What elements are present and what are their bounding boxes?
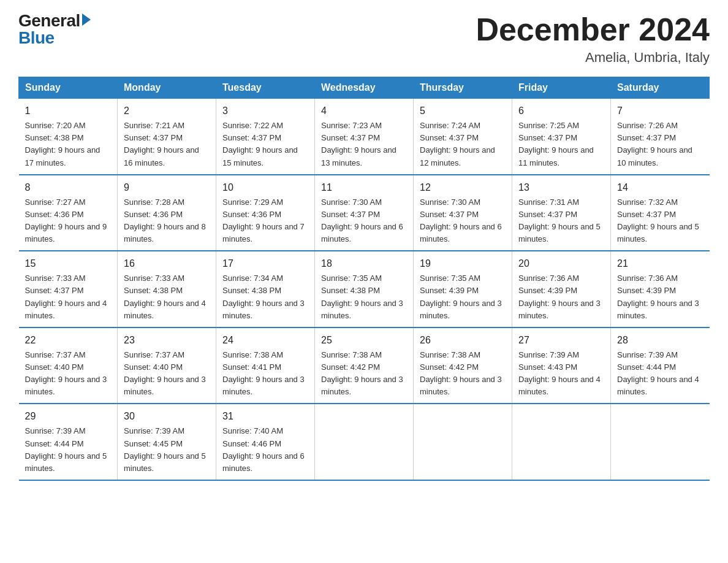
day-number: 8 bbox=[25, 180, 112, 195]
calendar-cell: 8Sunrise: 7:27 AMSunset: 4:36 PMDaylight… bbox=[19, 175, 118, 251]
calendar-cell: 17Sunrise: 7:34 AMSunset: 4:38 PMDayligh… bbox=[216, 251, 315, 327]
day-number: 24 bbox=[222, 333, 308, 348]
col-header-thursday: Thursday bbox=[414, 77, 512, 99]
day-number: 26 bbox=[420, 333, 506, 348]
calendar-cell bbox=[611, 404, 710, 480]
day-number: 30 bbox=[124, 409, 210, 424]
calendar-cell: 22Sunrise: 7:37 AMSunset: 4:40 PMDayligh… bbox=[19, 327, 118, 404]
calendar-cell: 15Sunrise: 7:33 AMSunset: 4:37 PMDayligh… bbox=[19, 251, 118, 327]
calendar-cell: 5Sunrise: 7:24 AMSunset: 4:37 PMDaylight… bbox=[414, 99, 512, 175]
calendar-cell: 11Sunrise: 7:30 AMSunset: 4:37 PMDayligh… bbox=[315, 175, 414, 251]
calendar-cell: 20Sunrise: 7:36 AMSunset: 4:39 PMDayligh… bbox=[512, 251, 611, 327]
calendar-cell: 9Sunrise: 7:28 AMSunset: 4:36 PMDaylight… bbox=[118, 175, 216, 251]
calendar-cell: 6Sunrise: 7:25 AMSunset: 4:37 PMDaylight… bbox=[512, 99, 611, 175]
day-number: 1 bbox=[25, 104, 112, 118]
day-info: Sunrise: 7:40 AMSunset: 4:46 PMDaylight:… bbox=[222, 426, 305, 472]
day-info: Sunrise: 7:39 AMSunset: 4:43 PMDaylight:… bbox=[518, 350, 601, 396]
col-header-saturday: Saturday bbox=[611, 77, 710, 99]
calendar-cell: 26Sunrise: 7:38 AMSunset: 4:42 PMDayligh… bbox=[414, 327, 512, 404]
calendar-cell: 14Sunrise: 7:32 AMSunset: 4:37 PMDayligh… bbox=[611, 175, 710, 251]
day-info: Sunrise: 7:36 AMSunset: 4:39 PMDaylight:… bbox=[518, 274, 601, 320]
day-info: Sunrise: 7:36 AMSunset: 4:39 PMDaylight:… bbox=[617, 274, 699, 320]
calendar-cell: 1Sunrise: 7:20 AMSunset: 4:38 PMDaylight… bbox=[19, 99, 118, 175]
calendar-cell bbox=[414, 404, 512, 480]
day-info: Sunrise: 7:33 AMSunset: 4:38 PMDaylight:… bbox=[124, 274, 206, 320]
day-number: 31 bbox=[222, 409, 308, 424]
day-number: 14 bbox=[617, 180, 703, 195]
day-number: 12 bbox=[420, 180, 506, 195]
day-info: Sunrise: 7:39 AMSunset: 4:44 PMDaylight:… bbox=[25, 426, 107, 472]
day-info: Sunrise: 7:25 AMSunset: 4:37 PMDaylight:… bbox=[518, 121, 594, 167]
day-info: Sunrise: 7:39 AMSunset: 4:44 PMDaylight:… bbox=[617, 350, 699, 396]
day-info: Sunrise: 7:24 AMSunset: 4:37 PMDaylight:… bbox=[420, 121, 495, 167]
day-number: 18 bbox=[321, 256, 407, 271]
calendar-cell: 19Sunrise: 7:35 AMSunset: 4:39 PMDayligh… bbox=[414, 251, 512, 327]
day-number: 16 bbox=[124, 256, 210, 271]
day-info: Sunrise: 7:22 AMSunset: 4:37 PMDaylight:… bbox=[222, 121, 298, 167]
day-info: Sunrise: 7:26 AMSunset: 4:37 PMDaylight:… bbox=[617, 121, 692, 167]
calendar-cell: 27Sunrise: 7:39 AMSunset: 4:43 PMDayligh… bbox=[512, 327, 611, 404]
day-info: Sunrise: 7:23 AMSunset: 4:37 PMDaylight:… bbox=[321, 121, 396, 167]
calendar-week-2: 8Sunrise: 7:27 AMSunset: 4:36 PMDaylight… bbox=[19, 175, 710, 251]
calendar-week-4: 22Sunrise: 7:37 AMSunset: 4:40 PMDayligh… bbox=[19, 327, 710, 404]
col-header-tuesday: Tuesday bbox=[216, 77, 315, 99]
day-number: 28 bbox=[617, 333, 703, 348]
col-header-sunday: Sunday bbox=[19, 77, 118, 99]
day-info: Sunrise: 7:39 AMSunset: 4:45 PMDaylight:… bbox=[124, 426, 206, 472]
day-info: Sunrise: 7:38 AMSunset: 4:41 PMDaylight:… bbox=[222, 350, 305, 396]
day-info: Sunrise: 7:35 AMSunset: 4:39 PMDaylight:… bbox=[420, 274, 502, 320]
day-number: 13 bbox=[518, 180, 604, 195]
col-header-wednesday: Wednesday bbox=[315, 77, 414, 99]
calendar-cell: 7Sunrise: 7:26 AMSunset: 4:37 PMDaylight… bbox=[611, 99, 710, 175]
calendar-table: SundayMondayTuesdayWednesdayThursdayFrid… bbox=[18, 77, 710, 481]
calendar-cell bbox=[512, 404, 611, 480]
calendar-week-1: 1Sunrise: 7:20 AMSunset: 4:38 PMDaylight… bbox=[19, 99, 710, 175]
calendar-header: SundayMondayTuesdayWednesdayThursdayFrid… bbox=[19, 77, 710, 99]
day-number: 10 bbox=[222, 180, 308, 195]
calendar-cell: 16Sunrise: 7:33 AMSunset: 4:38 PMDayligh… bbox=[118, 251, 216, 327]
logo-arrow-icon bbox=[82, 13, 91, 26]
day-number: 11 bbox=[321, 180, 407, 195]
day-info: Sunrise: 7:31 AMSunset: 4:37 PMDaylight:… bbox=[518, 197, 601, 243]
day-number: 19 bbox=[420, 256, 506, 271]
logo: General Blue bbox=[18, 12, 91, 47]
calendar-week-3: 15Sunrise: 7:33 AMSunset: 4:37 PMDayligh… bbox=[19, 251, 710, 327]
day-info: Sunrise: 7:32 AMSunset: 4:37 PMDaylight:… bbox=[617, 197, 699, 243]
day-info: Sunrise: 7:20 AMSunset: 4:38 PMDaylight:… bbox=[25, 121, 100, 167]
day-number: 29 bbox=[25, 409, 112, 424]
calendar-cell: 13Sunrise: 7:31 AMSunset: 4:37 PMDayligh… bbox=[512, 175, 611, 251]
day-number: 17 bbox=[222, 256, 308, 271]
day-number: 27 bbox=[518, 333, 604, 348]
calendar-cell: 12Sunrise: 7:30 AMSunset: 4:37 PMDayligh… bbox=[414, 175, 512, 251]
day-info: Sunrise: 7:37 AMSunset: 4:40 PMDaylight:… bbox=[124, 350, 206, 396]
calendar-cell: 30Sunrise: 7:39 AMSunset: 4:45 PMDayligh… bbox=[118, 404, 216, 480]
day-info: Sunrise: 7:34 AMSunset: 4:38 PMDaylight:… bbox=[222, 274, 305, 320]
day-number: 5 bbox=[420, 104, 506, 118]
day-info: Sunrise: 7:38 AMSunset: 4:42 PMDaylight:… bbox=[420, 350, 502, 396]
calendar-cell: 31Sunrise: 7:40 AMSunset: 4:46 PMDayligh… bbox=[216, 404, 315, 480]
day-info: Sunrise: 7:33 AMSunset: 4:37 PMDaylight:… bbox=[25, 274, 107, 320]
day-number: 15 bbox=[25, 256, 112, 271]
title-block: December 2024 Amelia, Umbria, Italy bbox=[476, 12, 710, 66]
day-info: Sunrise: 7:27 AMSunset: 4:36 PMDaylight:… bbox=[25, 197, 107, 243]
day-info: Sunrise: 7:38 AMSunset: 4:42 PMDaylight:… bbox=[321, 350, 403, 396]
day-info: Sunrise: 7:29 AMSunset: 4:36 PMDaylight:… bbox=[222, 197, 305, 243]
calendar-cell: 24Sunrise: 7:38 AMSunset: 4:41 PMDayligh… bbox=[216, 327, 315, 404]
calendar-cell bbox=[315, 404, 414, 480]
calendar-week-5: 29Sunrise: 7:39 AMSunset: 4:44 PMDayligh… bbox=[19, 404, 710, 480]
day-number: 21 bbox=[617, 256, 703, 271]
day-info: Sunrise: 7:30 AMSunset: 4:37 PMDaylight:… bbox=[420, 197, 502, 243]
logo-blue-text: Blue bbox=[18, 29, 55, 47]
day-info: Sunrise: 7:35 AMSunset: 4:38 PMDaylight:… bbox=[321, 274, 403, 320]
day-number: 25 bbox=[321, 333, 407, 348]
month-title: December 2024 bbox=[476, 12, 710, 47]
day-number: 3 bbox=[222, 104, 308, 118]
day-number: 6 bbox=[518, 104, 604, 118]
location-title: Amelia, Umbria, Italy bbox=[476, 50, 710, 66]
day-info: Sunrise: 7:30 AMSunset: 4:37 PMDaylight:… bbox=[321, 197, 403, 243]
calendar-cell: 18Sunrise: 7:35 AMSunset: 4:38 PMDayligh… bbox=[315, 251, 414, 327]
day-number: 4 bbox=[321, 104, 407, 118]
calendar-cell: 28Sunrise: 7:39 AMSunset: 4:44 PMDayligh… bbox=[611, 327, 710, 404]
col-header-friday: Friday bbox=[512, 77, 611, 99]
col-header-monday: Monday bbox=[118, 77, 216, 99]
